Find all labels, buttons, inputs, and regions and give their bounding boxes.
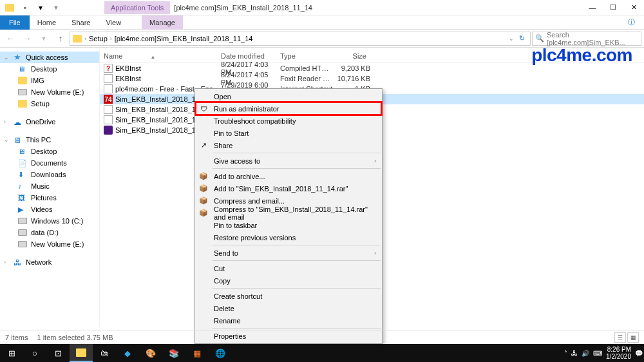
sidebar-music[interactable]: ♪Music	[0, 180, 99, 192]
sidebar-this-pc[interactable]: ⌄🖥This PC	[0, 134, 99, 146]
tray-up-icon[interactable]: ˄	[564, 350, 567, 357]
store-taskbar-icon[interactable]: 🛍	[93, 344, 116, 362]
sidebar-windows10-c[interactable]: Windows 10 (C:)	[0, 215, 99, 227]
ctx-run-as-administrator[interactable]: 🛡Run as administrator	[196, 102, 381, 115]
column-date[interactable]: Date modified	[221, 52, 280, 60]
maximize-button[interactable]: ☐	[603, 0, 623, 15]
sidebar-setup[interactable]: Setup	[0, 98, 99, 110]
sidebar-videos[interactable]: ▶Videos	[0, 204, 99, 215]
recent-dropdown[interactable]: ▼	[36, 31, 52, 46]
tray-network-icon[interactable]: 🖧	[571, 350, 578, 357]
sort-asc-icon: ▲	[150, 54, 155, 60]
sidebar-new-volume-e[interactable]: New Volume (E:)	[0, 86, 99, 98]
breadcrumb-setup[interactable]: Setup	[89, 35, 108, 43]
path-box[interactable]: › Setup › [plc4me.com]Sim_EKB_Install_20…	[70, 32, 531, 46]
ctx-add-archive[interactable]: 📦Add to archive...	[196, 170, 381, 182]
column-type[interactable]: Type	[280, 52, 334, 60]
paint-taskbar-icon[interactable]: 🎨	[139, 344, 162, 362]
ribbon-tabs: File Home Share View Manage ⓘ	[0, 15, 644, 30]
ctx-cut[interactable]: Cut	[196, 262, 381, 274]
shield-icon: 🛡	[198, 104, 209, 114]
path-dropdown-icon[interactable]: ⌄	[509, 35, 514, 42]
breadcrumb-current[interactable]: [plc4me.com]Sim_EKB_Install_2018_11_14	[115, 35, 253, 43]
share-tab[interactable]: Share	[64, 15, 98, 30]
cortana-button[interactable]: ○	[23, 344, 46, 362]
ctx-pin-to-start[interactable]: Pin to Start	[196, 127, 381, 139]
search-icon: 🔍	[535, 34, 544, 43]
file-icon	[104, 74, 113, 83]
sidebar-downloads[interactable]: ⬇Downloads	[0, 169, 99, 180]
home-tab[interactable]: Home	[30, 15, 64, 30]
thumbnails-view-icon[interactable]: ▦	[627, 332, 639, 343]
app2-taskbar-icon[interactable]: 📚	[162, 344, 185, 362]
sidebar-pictures[interactable]: 🖼Pictures	[0, 192, 99, 204]
ctx-delete[interactable]: Delete	[196, 302, 381, 314]
sidebar-desktop2[interactable]: 🖥Desktop	[0, 146, 99, 157]
qat-new-folder-icon[interactable]: ▾	[33, 1, 48, 15]
ctx-give-access-to[interactable]: Give access to›	[196, 155, 381, 167]
app-taskbar-icon[interactable]: ◆	[116, 344, 139, 362]
tray-volume-icon[interactable]: 🔊	[582, 350, 589, 357]
ctx-create-shortcut[interactable]: Create shortcut	[196, 290, 381, 302]
file-icon	[104, 126, 113, 135]
chevron-right-icon[interactable]: ›	[110, 35, 112, 42]
navigation-sidebar: ⌄★Quick access 🖥Desktop IMG New Volume (…	[0, 48, 100, 327]
file-row[interactable]: EKBInst8/24/2017 4:05 PMFoxit Reader PDF…	[100, 73, 644, 84]
ctx-add-rar[interactable]: 📦Add to "Sim_EKB_Install_2018_11_14.rar"	[196, 182, 381, 195]
ctx-troubleshoot[interactable]: Troubleshoot compatibility	[196, 115, 381, 127]
application-tools-tab[interactable]: Application Tools	[104, 1, 170, 14]
tray-lang-icon[interactable]: ⌨	[593, 350, 602, 357]
up-button[interactable]: ↑	[53, 31, 68, 46]
back-button[interactable]: ←	[3, 31, 18, 46]
ctx-copy[interactable]: Copy	[196, 274, 381, 287]
share-icon: ↗	[198, 140, 209, 151]
file-icon	[104, 105, 113, 114]
ctx-separator	[213, 245, 381, 245]
task-view-button[interactable]: ⊡	[46, 344, 70, 362]
sidebar-quick-access[interactable]: ⌄★Quick access	[0, 52, 99, 63]
notification-icon[interactable]: 💬	[635, 350, 643, 357]
ctx-separator	[213, 328, 381, 329]
chrome-taskbar-icon[interactable]: 🌐	[209, 344, 232, 362]
forward-button[interactable]: →	[19, 31, 35, 46]
ctx-restore-versions[interactable]: Restore previous versions	[196, 231, 381, 243]
explorer-taskbar-icon[interactable]	[70, 344, 93, 362]
view-tab[interactable]: View	[98, 15, 129, 30]
folder-icon	[3, 1, 17, 15]
sidebar-new-volume-e2[interactable]: New Volume (E:)	[0, 238, 99, 250]
file-icon	[104, 84, 113, 93]
ctx-share[interactable]: ↗Share	[196, 139, 381, 151]
details-view-icon[interactable]: ☰	[614, 332, 626, 343]
sidebar-desktop[interactable]: 🖥Desktop	[0, 63, 99, 75]
help-button[interactable]: ⓘ	[618, 15, 644, 30]
file-icon	[104, 115, 113, 124]
column-name[interactable]: Name ▲	[100, 52, 221, 60]
ctx-rename[interactable]: Rename	[196, 314, 381, 327]
search-input[interactable]: 🔍 Search [plc4me.com]Sim_EKB...	[532, 32, 641, 46]
chevron-right-icon[interactable]: ›	[84, 35, 86, 42]
status-item-count: 7 items	[5, 334, 28, 341]
refresh-icon[interactable]: ↻	[519, 34, 525, 43]
qat-properties-icon[interactable]: ▫	[18, 1, 32, 15]
ctx-compress-rar-email[interactable]: 📦Compress to "Sim_EKB_Install_2018_11_14…	[196, 207, 381, 219]
sidebar-network[interactable]: ›🖧Network	[0, 256, 99, 268]
sidebar-img[interactable]: IMG	[0, 75, 99, 86]
sidebar-onedrive[interactable]: ›☁OneDrive	[0, 116, 99, 128]
app3-taskbar-icon[interactable]: ▦	[185, 344, 209, 362]
manage-tab[interactable]: Manage	[142, 15, 183, 30]
ctx-open[interactable]: Open	[196, 90, 381, 102]
file-tab[interactable]: File	[0, 15, 30, 30]
minimize-button[interactable]: —	[582, 0, 603, 15]
folder-icon	[73, 35, 82, 43]
close-button[interactable]: ✕	[623, 0, 644, 15]
column-size[interactable]: Size	[334, 52, 370, 60]
system-tray[interactable]: ˄ 🖧 🔊 ⌨ 8:26 PM 1/2/2020 💬	[559, 346, 644, 360]
ctx-send-to[interactable]: Send to›	[196, 247, 381, 259]
clock[interactable]: 8:26 PM 1/2/2020	[606, 346, 631, 360]
search-placeholder: Search [plc4me.com]Sim_EKB...	[547, 31, 638, 46]
qat-customize-icon[interactable]: ▼	[49, 1, 63, 15]
sidebar-documents[interactable]: 📄Documents	[0, 157, 99, 169]
start-button[interactable]: ⊞	[0, 344, 23, 362]
sidebar-data-d[interactable]: data (D:)	[0, 227, 99, 238]
ctx-pin-taskbar[interactable]: Pin to taskbar	[196, 219, 381, 231]
